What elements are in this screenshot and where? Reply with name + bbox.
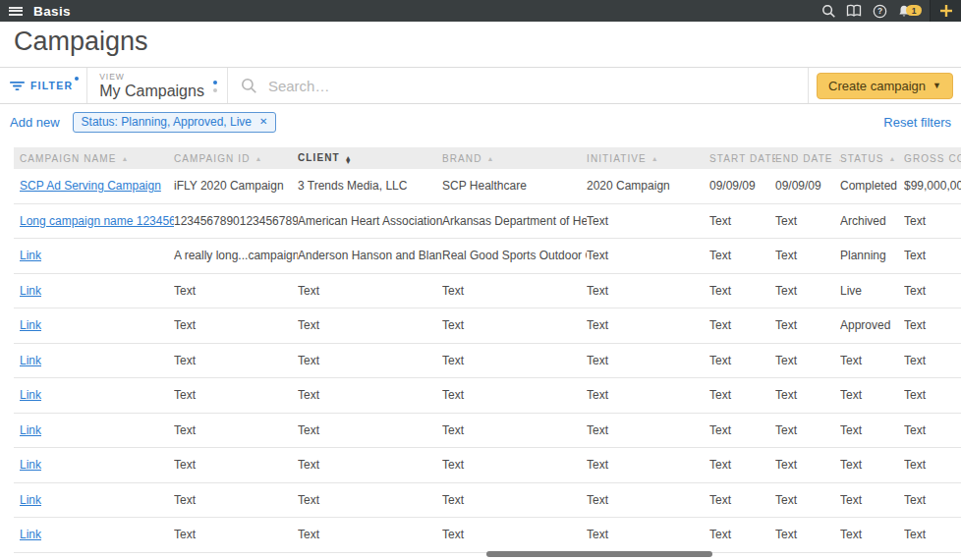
status-filter-chip[interactable]: Status: Planning, Approved, Live ✕ [73, 112, 277, 133]
gross-cell: Text [904, 458, 961, 472]
search-input[interactable] [268, 78, 808, 94]
brand-cell: Arkansas Department of Health [442, 214, 587, 228]
id-cell: Text [174, 354, 298, 367]
view-options-icon[interactable] [213, 81, 217, 92]
gross-cell: Text [904, 388, 961, 402]
column-header-label: Client [298, 152, 340, 163]
gross-cell: Text [904, 423, 961, 437]
end-date-cell: Text [775, 388, 840, 402]
column-header[interactable]: Client▲▼ [298, 152, 442, 165]
campaign-name-link[interactable]: Link [20, 318, 41, 332]
campaign-name-link[interactable]: Link [20, 458, 41, 472]
brand-cell: Text [442, 318, 587, 332]
campaign-name-link[interactable]: Link [20, 528, 41, 541]
start-date-cell: Text [709, 458, 775, 472]
status-cell: Text [840, 354, 904, 367]
column-header[interactable]: Campaign ID▲▼ [174, 153, 298, 164]
campaign-name-link[interactable]: SCP Ad Serving Campaign [20, 179, 161, 193]
start-date-cell: Text [709, 493, 775, 507]
add-new-filter-link[interactable]: Add new [10, 115, 60, 130]
campaign-name-link[interactable]: Link [20, 493, 41, 507]
sort-icon: ▲▼ [651, 157, 659, 162]
end-date-cell: Text [775, 493, 840, 507]
reset-filters-link[interactable]: Reset filters [883, 115, 951, 130]
column-header-label: Campaign Name [20, 153, 117, 164]
initiative-cell: Text [587, 354, 709, 367]
chevron-down-icon: ▼ [933, 81, 941, 90]
create-campaign-section: Create campaign ▼ [808, 68, 961, 103]
column-header-label: Campaign ID [174, 153, 250, 164]
create-campaign-button[interactable]: Create campaign ▼ [817, 73, 953, 99]
column-header[interactable]: Status▲▼ [840, 153, 904, 164]
initiative-cell: Text [587, 388, 709, 402]
filter-button[interactable]: FILTER [0, 68, 87, 103]
table-body: SCP Ad Serving CampaigniFLY 2020 Campaig… [14, 169, 961, 553]
brand-cell: Text [442, 354, 587, 367]
id-cell: Text [174, 458, 298, 472]
hamburger-menu-icon[interactable] [0, 5, 31, 17]
gross-cell: Text [904, 528, 961, 541]
brand-cell: Text [442, 388, 587, 402]
table-row: LinkTextTextTextTextTextTextLiveText [14, 274, 961, 309]
page-title: Campaigns [14, 27, 148, 57]
initiative-cell: Text [587, 458, 709, 472]
column-header[interactable]: Start Date▲▼ [709, 153, 775, 164]
quick-add-button[interactable] [930, 0, 961, 22]
filter-funnel-icon [10, 81, 25, 91]
status-cell: Completed [840, 179, 904, 193]
name-cell: Link [14, 249, 174, 262]
start-date-cell: 09/09/09 [709, 179, 775, 193]
campaign-name-link[interactable]: Link [20, 249, 41, 262]
name-cell: Link [14, 493, 174, 507]
campaign-name-link[interactable]: Link [20, 284, 41, 298]
id-cell: A really long...campaign id [174, 249, 298, 262]
notifications-bell-icon[interactable]: 1 [892, 0, 926, 22]
campaign-name-link[interactable]: Link [20, 354, 41, 367]
column-header[interactable]: Initiative▲▼ [587, 153, 709, 164]
start-date-cell: Text [709, 284, 775, 298]
column-header[interactable]: End Date▲▼ [775, 153, 840, 164]
campaign-name-link[interactable]: Long campaign name 12345678... [20, 214, 174, 228]
column-header[interactable]: Campaign Name▲▼ [14, 153, 174, 164]
table-row: Long campaign name 12345678...1234567890… [14, 204, 961, 240]
status-filter-chip-label: Status: Planning, Approved, Live [82, 115, 252, 129]
table-row: LinkTextTextTextTextTextTextApprovedText [14, 308, 961, 344]
campaign-name-link[interactable]: Link [20, 388, 41, 402]
brand-cell: Text [442, 423, 587, 437]
gross-cell: Text [904, 249, 961, 262]
filter-active-dot [75, 77, 79, 81]
column-header-label: Status [840, 153, 884, 164]
column-header-label: End Date [775, 153, 833, 164]
campaign-name-link[interactable]: Link [20, 423, 41, 437]
status-cell: Live [840, 284, 904, 298]
initiative-cell: Text [587, 284, 709, 298]
gross-cell: Text [904, 318, 961, 332]
initiative-cell: Text [587, 493, 709, 507]
status-cell: Text [840, 493, 904, 507]
name-cell: Link [14, 318, 174, 332]
column-header-label: Gross Contracted [904, 153, 961, 164]
initiative-cell: Text [587, 214, 709, 228]
initiative-cell: Text [587, 528, 709, 541]
start-date-cell: Text [709, 354, 775, 367]
table-row: LinkA really long...campaign idAnderson … [14, 239, 961, 274]
chip-remove-icon[interactable]: ✕ [259, 116, 267, 127]
sort-icon: ▲▼ [345, 156, 353, 165]
name-cell: SCP Ad Serving Campaign [14, 179, 174, 193]
gross-cell: Text [904, 493, 961, 507]
brand-cell: Real Good Sports Outdoor Out... [442, 249, 587, 262]
end-date-cell: Text [775, 249, 840, 262]
column-header[interactable]: Gross Contracted▲▼ [904, 153, 961, 164]
search-icon[interactable] [816, 0, 841, 22]
start-date-cell: Text [709, 214, 775, 228]
table-row: SCP Ad Serving CampaigniFLY 2020 Campaig… [14, 169, 961, 204]
view-selector[interactable]: VIEW My Campaigns [87, 68, 228, 103]
help-icon[interactable]: ? [867, 0, 892, 22]
horizontal-scrollbar-thumb[interactable] [486, 551, 712, 557]
brand-logo[interactable]: Basis [33, 4, 71, 19]
table-header-row: Campaign Name▲▼ Campaign ID▲▼ Client▲▼ B… [14, 147, 961, 169]
end-date-cell: Text [775, 423, 840, 437]
book-icon[interactable] [841, 0, 867, 22]
column-header[interactable]: Brand▲▼ [442, 153, 587, 164]
end-date-cell: Text [775, 354, 840, 367]
